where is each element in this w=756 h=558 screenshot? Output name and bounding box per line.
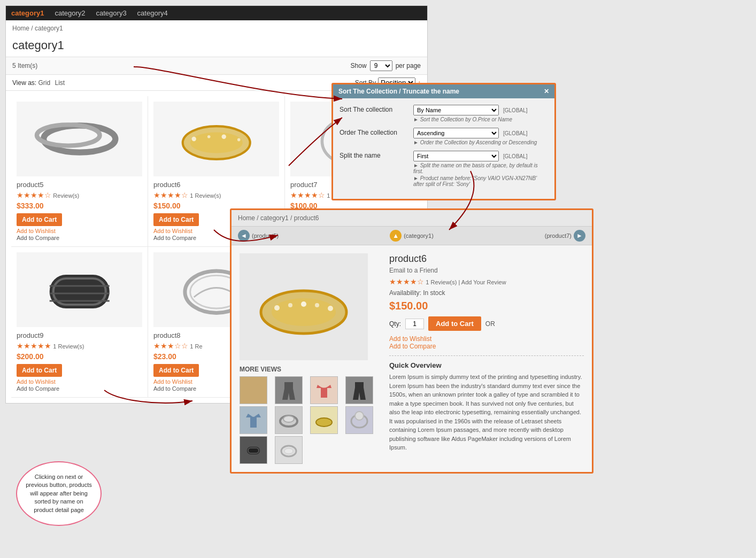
view-list-link[interactable]: List [55, 79, 65, 87]
detail-rating: ★★★★☆ 1 Review(s) | Add Your Review [389, 277, 584, 286]
add-review-link[interactable]: Add Your Review [461, 279, 506, 285]
thumb-1[interactable] [240, 376, 267, 404]
detail-left: MORE VIEWS [240, 253, 379, 464]
prev-arrow: ◄ [238, 230, 250, 242]
sort-global-tag: [GLOBAL] [503, 107, 528, 113]
prev-label: (product5) [252, 232, 279, 239]
product6-image[interactable] [153, 102, 279, 176]
svg-point-31 [283, 416, 294, 422]
order-collection-select[interactable]: Ascending Descending [413, 128, 499, 138]
sort-collection-right: By Name By Price [GLOBAL] ► Sort the Col… [413, 105, 548, 122]
next-arrow: ► [574, 230, 585, 242]
product5-compare[interactable]: Add to Compare [17, 235, 142, 241]
view-as-label: View as: [12, 79, 36, 87]
split-global-tag: [GLOBAL] [503, 153, 528, 159]
page-title: category1 [6, 36, 427, 57]
detail-availability: Availability: In stock [389, 289, 584, 297]
sort-panel-header: Sort The Collection / Truncate the name … [333, 84, 554, 98]
product5-wishlist[interactable]: Add to Wishlist [17, 228, 142, 234]
thumb-5[interactable] [240, 406, 267, 434]
detail-email-friend[interactable]: Email to a Friend [389, 267, 584, 274]
detail-body: MORE VIEWS [232, 245, 592, 472]
show-label: Show [351, 62, 367, 69]
detail-nav: ◄ (product5) ▲ (category1) (product7) ► [232, 227, 592, 245]
sort-panel-title: Sort The Collection / Truncate the name [338, 88, 459, 95]
detail-main-image[interactable] [240, 253, 368, 360]
next-product-btn[interactable]: (product7) ► [545, 230, 585, 242]
thumb-4[interactable] [345, 376, 373, 404]
per-page-select[interactable]: 9 15 30 [370, 60, 392, 71]
detail-wishlist[interactable]: Add to Wishlist [389, 335, 584, 343]
qty-label: Qty: [389, 320, 401, 328]
nav-category1[interactable]: category1 [11, 9, 44, 17]
up-category-btn[interactable]: ▲ (category1) [390, 230, 434, 242]
sort-panel-body: Sort The collection By Name By Price [GL… [333, 98, 554, 199]
svg-rect-29 [355, 382, 364, 387]
svg-point-8 [237, 138, 241, 142]
detail-qty-row: Qty: Add to Cart OR [389, 316, 584, 331]
product5-add-to-cart[interactable]: Add to Cart [17, 213, 62, 226]
product9-name: product9 [17, 331, 142, 339]
nav-bar: category1 category2 category3 category4 [6, 6, 427, 20]
toolbar-right: Show 9 15 30 per page [351, 60, 421, 71]
thumb-7[interactable] [310, 406, 338, 434]
order-collection-row: Order The collection Ascending Descendin… [340, 128, 548, 145]
product9-wishlist[interactable]: Add to Wishlist [17, 378, 142, 385]
product9-rating: ★★★★★ 1 Review(s) [17, 342, 142, 350]
product-cell-5: product5 ★★★★☆ Review(s) $333.00 Add to … [11, 96, 148, 247]
thumb-3[interactable] [310, 376, 338, 404]
product-cell-9: product9 ★★★★★ 1 Review(s) $200.00 Add t… [11, 247, 148, 398]
detail-add-to-cart[interactable]: Add to Cart [428, 316, 481, 331]
thumb-2[interactable] [275, 376, 303, 404]
split-name-select[interactable]: First Last [413, 151, 499, 161]
qty-input[interactable] [405, 319, 424, 329]
up-label: (category1) [404, 232, 434, 239]
order-collection-label: Order The collection [340, 128, 409, 136]
item-count: 5 Item(s) [12, 62, 37, 69]
svg-point-7 [221, 135, 226, 139]
svg-point-4 [190, 132, 242, 153]
product9-add-to-cart[interactable]: Add to Cart [17, 364, 62, 377]
product5-price: $333.00 [17, 201, 142, 210]
sort-collection-select[interactable]: By Name By Price [413, 105, 499, 115]
sort-panel-close[interactable]: ✕ [544, 88, 549, 95]
order-global-tag: [GLOBAL] [503, 130, 528, 136]
detail-right: product6 Email to a Friend ★★★★☆ 1 Revie… [389, 253, 584, 464]
nav-category2[interactable]: category2 [55, 9, 85, 17]
product9-price: $200.00 [17, 352, 142, 361]
product-detail-panel: Home / category1 / product6 ◄ (product5)… [230, 208, 593, 474]
prev-product-btn[interactable]: ◄ (product5) [238, 230, 279, 242]
svg-point-23 [274, 305, 280, 311]
per-page-label: per page [396, 62, 421, 69]
nav-category4[interactable]: category4 [137, 9, 168, 17]
thumb-8[interactable] [345, 406, 373, 434]
view-grid-link[interactable]: Grid [38, 79, 50, 87]
svg-point-39 [284, 448, 293, 454]
product5-name: product5 [17, 181, 142, 189]
thumb-10[interactable] [275, 436, 303, 464]
product6-name: product6 [153, 181, 279, 189]
product5-image[interactable] [17, 102, 142, 176]
detail-links: Add to Wishlist Add to Compare [389, 335, 584, 350]
more-views-label: MORE VIEWS [240, 366, 379, 373]
thumb-9[interactable] [240, 436, 267, 464]
product6-rating: ★★★★☆ 1 Review(s) [153, 191, 279, 199]
product9-image[interactable] [17, 252, 142, 327]
product9-compare[interactable]: Add to Compare [17, 385, 142, 392]
detail-compare[interactable]: Add to Compare [389, 343, 584, 350]
quick-overview-title: Quick Overview [389, 361, 584, 369]
product8-add-to-cart[interactable]: Add to Cart [153, 364, 199, 377]
sort-collection-row: Sort The collection By Name By Price [GL… [340, 105, 548, 122]
breadcrumb: Home / category1 [6, 20, 427, 36]
nav-category3[interactable]: category3 [96, 9, 127, 17]
or-label: OR [485, 320, 495, 328]
split-hint2: ► Product name before: 'Sony VAIO VGN-XN… [413, 175, 548, 187]
sort-collection-hint: ► Sort the Collection by O.Price or Name [413, 117, 548, 122]
sort-collection-label: Sort The collection [340, 105, 409, 113]
thumb-6[interactable] [275, 406, 303, 434]
split-name-row: Split the name First Last [GLOBAL] ► Spl… [340, 151, 548, 187]
product5-rating: ★★★★☆ Review(s) [17, 191, 142, 199]
split-name-right: First Last [GLOBAL] ► Split the name on … [413, 151, 548, 187]
product6-add-to-cart[interactable]: Add to Cart [153, 213, 199, 226]
sort-panel: Sort The Collection / Truncate the name … [331, 83, 556, 200]
